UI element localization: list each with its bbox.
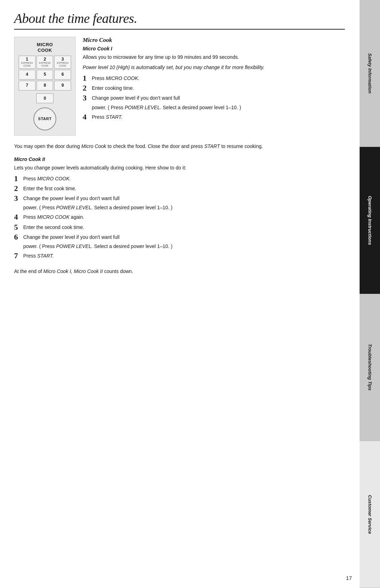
key-1: 1 EXPRESS COOK [19, 56, 36, 69]
step-2-6: 6 Change the power level if you don't wa… [14, 233, 345, 241]
steps-list-1: 1 Press MICRO COOK. 2 Enter cooking time… [83, 74, 345, 121]
key-5: 5 [37, 70, 53, 80]
subsection-title-1: Micro Cook I [83, 46, 345, 51]
step-1-4: 4 Press START. [83, 113, 345, 121]
key-2: 2 EXPRESS COOK [37, 56, 53, 69]
step-1-2: 2 Enter cooking time. [83, 84, 345, 92]
sidebar-tab-operating[interactable]: Operating Instructions [360, 147, 380, 294]
key-6: 6 [54, 70, 71, 80]
step-2-5: 5 Enter the second cook time. [14, 223, 345, 231]
step-2-3: 3 Change the power level if you don't wa… [14, 194, 345, 203]
steps-list-2: 1 Press MICRO COOK. 2 Enter the first co… [14, 174, 345, 260]
step-2-1: 1 Press MICRO COOK. [14, 174, 345, 183]
intro-text-2: Lets you change power levels automatical… [14, 164, 345, 172]
sidebar-tabs: Safety Information Operating Instruction… [360, 0, 380, 588]
sidebar-tab-customer[interactable]: Customer Service [360, 441, 380, 588]
key-zero-row: 0 [19, 93, 71, 103]
keypad-label: MICRO COOK [37, 42, 53, 53]
right-content: Micro Cook Micro Cook I Allows you to mi… [83, 37, 345, 136]
title-divider [14, 29, 345, 30]
key-8: 8 [37, 81, 53, 91]
intro-text: Allows you to microwave for any time up … [83, 54, 345, 61]
step-2-4: 4 Press MICRO COOK again. [14, 213, 345, 221]
keypad-illustration: MICRO COOK 1 EXPRESS COOK 2 EXPRESS COOK… [14, 37, 76, 136]
section-title-micro-cook: Micro Cook [83, 37, 345, 44]
key-9: 9 [54, 81, 71, 91]
page-title: About the time features. [14, 11, 345, 26]
page-number: 17 [346, 575, 352, 581]
step-2-7: 7 Press START. [14, 252, 345, 260]
step-1-3: 3 Change power level if you don't want f… [83, 94, 345, 102]
page-container: Safety Information Operating Instruction… [0, 0, 380, 588]
sidebar-tab-safety[interactable]: Safety Information [360, 0, 380, 147]
keypad-grid: 1 EXPRESS COOK 2 EXPRESS COOK 3 EXPRESS … [19, 56, 71, 91]
footer-text: At the end of Micro Cook I, Micro Cook I… [14, 268, 345, 275]
step-2-6-indent: power. ( Press POWER LEVEL. Select a des… [23, 243, 345, 250]
top-section: MICRO COOK 1 EXPRESS COOK 2 EXPRESS COOK… [14, 37, 345, 136]
key-0: 0 [36, 93, 53, 103]
start-button: START [33, 107, 56, 130]
step-2-3-indent: power. ( Press POWER LEVEL. Select a des… [23, 204, 345, 211]
step-1-3-indent: power. ( Press POWER LEVEL. Select a des… [92, 104, 345, 111]
power-level-note: Power level 10 (High) is automatically s… [83, 64, 345, 71]
note-text: You may open the door during Micro Cook … [14, 143, 345, 150]
key-7: 7 [19, 81, 36, 91]
sidebar-tab-troubleshooting[interactable]: Troubleshooting Tips [360, 294, 380, 441]
step-2-2: 2 Enter the first cook time. [14, 184, 345, 193]
subsection-title-2: Micro Cook II [14, 156, 345, 162]
key-3: 3 EXPRESS COOK [54, 56, 71, 69]
step-1-1: 1 Press MICRO COOK. [83, 74, 345, 82]
key-4: 4 [19, 70, 36, 80]
main-content: About the time features. MICRO COOK 1 EX… [0, 0, 359, 292]
